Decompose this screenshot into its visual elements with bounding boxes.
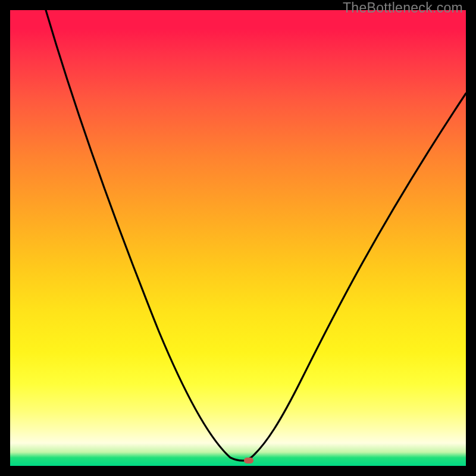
curve-path <box>46 10 466 461</box>
bottleneck-curve <box>10 10 466 466</box>
chart-frame <box>10 10 466 466</box>
marker-dot <box>244 458 253 464</box>
watermark-text: TheBottleneck.com <box>343 0 463 16</box>
